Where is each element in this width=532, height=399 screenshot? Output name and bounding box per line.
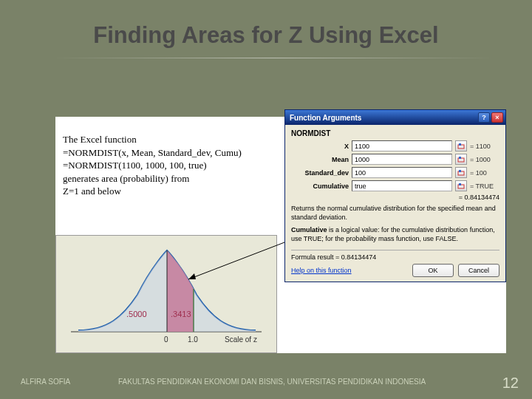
arg-input-cumulative[interactable]: true: [352, 180, 452, 191]
result-line: = 0.84134474: [291, 194, 499, 201]
arg-label: Cumulative: [291, 183, 349, 190]
arg-row-x: X 1100 = 1100: [291, 140, 499, 151]
footer-institution: FAKULTAS PENDIDIKAN EKONOMI DAN BISNIS, …: [118, 378, 426, 386]
arg-label: X: [291, 143, 349, 150]
formula-result-value: 0.84134474: [341, 253, 377, 261]
ref-button[interactable]: [455, 140, 467, 151]
page-number: 12: [502, 375, 519, 392]
desc-line: =NORMDIST(1100, 1000, 100, true): [63, 159, 242, 172]
desc-line: generates area (probability) from: [63, 172, 242, 185]
divider: [291, 250, 499, 250]
slide-title: Finding Areas for Z Using Excel: [0, 22, 532, 49]
ok-button[interactable]: OK: [412, 264, 454, 277]
dialog-title: Function Arguments: [290, 114, 361, 122]
function-name: NORMDIST: [291, 129, 499, 137]
ref-button[interactable]: [455, 180, 467, 191]
svg-text:0: 0: [164, 335, 168, 344]
function-arguments-dialog: Function Arguments ? × NORMDIST X 1100 =…: [284, 109, 506, 282]
svg-rect-14: [459, 170, 461, 172]
content-panel: The Excel function =NORMDIST(x, Mean, St…: [55, 117, 506, 353]
cancel-button[interactable]: Cancel: [458, 264, 499, 277]
close-window-button[interactable]: ×: [491, 112, 503, 123]
arg-input-stddev[interactable]: 100: [352, 167, 452, 178]
formula-result: Formula result = 0.84134474: [291, 253, 499, 261]
arg-label: Mean: [291, 156, 349, 163]
arg-eval: = 1000: [470, 156, 499, 163]
svg-text:1.0: 1.0: [188, 335, 198, 344]
formula-result-label: Formula result =: [291, 253, 339, 261]
arg-eval: = 100: [470, 169, 499, 177]
footer-author: ALFIRA SOFIA: [21, 378, 70, 386]
function-description: Returns the normal cumulative distributi…: [291, 205, 499, 222]
desc-line: The Excel function: [63, 133, 242, 146]
arg-eval: = TRUE: [470, 183, 499, 190]
arg-label: Standard_dev: [291, 169, 349, 177]
arg-row-mean: Mean 1000 = 1000: [291, 154, 499, 165]
param-description: Cumulative is a logical value: for the c…: [291, 226, 499, 243]
arg-input-mean[interactable]: 1000: [352, 154, 452, 165]
help-link[interactable]: Help on this function: [291, 267, 352, 274]
title-underline: [52, 58, 495, 58]
svg-rect-10: [459, 143, 461, 146]
description-block: The Excel function =NORMDIST(x, Mean, St…: [63, 133, 242, 198]
area-label-shaded: .3413: [171, 310, 191, 318]
ref-button[interactable]: [455, 167, 467, 178]
arg-row-stddev: Standard_dev 100 = 100: [291, 167, 499, 178]
arg-eval: = 1100: [470, 143, 499, 150]
ref-button[interactable]: [455, 154, 467, 165]
svg-marker-8: [188, 273, 196, 279]
svg-line-7: [188, 242, 284, 279]
desc-line: Z=1 and below: [63, 185, 242, 198]
desc-line: =NORMDIST(x, Mean, Standard_dev, Cumu): [63, 146, 242, 160]
arg-input-x[interactable]: 1100: [352, 140, 452, 151]
arg-row-cumulative: Cumulative true = TRUE: [291, 180, 499, 191]
dialog-titlebar[interactable]: Function Arguments ? ×: [285, 110, 505, 125]
svg-text:Scale of z: Scale of z: [225, 335, 257, 344]
svg-rect-12: [459, 157, 461, 159]
svg-rect-16: [459, 183, 461, 185]
help-window-button[interactable]: ?: [478, 112, 490, 123]
area-label-left: .5000: [126, 310, 147, 318]
param-name: Cumulative: [291, 226, 327, 233]
